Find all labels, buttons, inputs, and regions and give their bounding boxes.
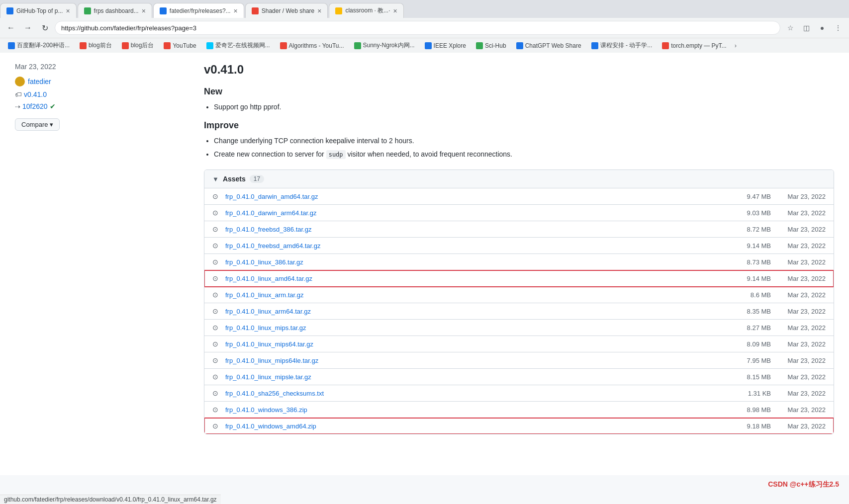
asset-size: 9.47 MB — [726, 193, 771, 200]
asset-row: ⊙frp_0.41.0_linux_386.tar.gz8.73 MBMar 2… — [204, 254, 834, 270]
asset-row: ⊙frp_0.41.0_darwin_amd64.tar.gz9.47 MBMa… — [204, 188, 834, 205]
commit-link[interactable]: 10f2620 — [22, 102, 48, 110]
bookmark-label: YouTube — [173, 42, 196, 49]
bookmark-favicon — [164, 42, 171, 49]
bookmark-algorithms[interactable]: Algorithms - YouTu... — [276, 41, 348, 50]
bookmark-blog-front[interactable]: blog前台 — [76, 40, 116, 51]
asset-row: ⊙frp_0.41.0_sha256_checksums.txt1.31 KBM… — [204, 385, 834, 402]
tag-label[interactable]: v0.41.0 — [24, 90, 47, 98]
asset-link[interactable]: frp_0.41.0_linux_amd64.tar.gz — [225, 275, 726, 282]
assets-list: ⊙frp_0.41.0_darwin_amd64.tar.gz9.47 MBMa… — [204, 188, 834, 434]
file-icon: ⊙ — [212, 422, 221, 430]
close-icon[interactable]: × — [317, 7, 321, 15]
bookmark-label: Sci-Hub — [485, 42, 506, 49]
asset-link[interactable]: frp_0.41.0_windows_amd64.zip — [225, 422, 726, 430]
author-name[interactable]: fatedier — [28, 78, 51, 85]
asset-link[interactable]: frp_0.41.0_linux_mipsle.tar.gz — [225, 373, 726, 381]
asset-size: 1.31 KB — [726, 390, 771, 397]
asset-link[interactable]: frp_0.41.0_freebsd_386.tar.gz — [225, 226, 726, 233]
file-icon: ⊙ — [212, 356, 221, 364]
asset-size: 9.14 MB — [726, 275, 771, 282]
asset-link[interactable]: frp_0.41.0_linux_mips64le.tar.gz — [225, 357, 726, 364]
asset-date: Mar 23, 2022 — [771, 324, 826, 332]
asset-link[interactable]: frp_0.41.0_windows_386.zip — [225, 406, 726, 414]
bookmark-chatgpt[interactable]: ChatGPT Web Share — [512, 41, 585, 50]
file-icon: ⊙ — [212, 242, 221, 250]
asset-size: 9.03 MB — [726, 209, 771, 217]
commit-icon: ⇢ — [15, 103, 20, 110]
forward-button[interactable]: → — [21, 21, 35, 35]
asset-link[interactable]: frp_0.41.0_freebsd_amd64.tar.gz — [225, 242, 726, 250]
bookmark-youtube[interactable]: YouTube — [160, 41, 200, 50]
reload-button[interactable]: ↻ — [38, 21, 52, 35]
file-icon: ⊙ — [212, 389, 221, 397]
asset-link[interactable]: frp_0.41.0_linux_mips.tar.gz — [225, 324, 726, 332]
bookmark-ieee[interactable]: IEEE Xplore — [421, 41, 470, 50]
asset-link[interactable]: frp_0.41.0_darwin_amd64.tar.gz — [225, 193, 726, 200]
address-input[interactable] — [55, 21, 780, 35]
bookmark-favicon — [354, 42, 361, 49]
asset-date: Mar 23, 2022 — [771, 275, 826, 282]
bookmark-ngrok[interactable]: Sunny-Ngrok内网... — [350, 40, 419, 51]
asset-date: Mar 23, 2022 — [771, 291, 826, 299]
assets-toggle[interactable]: ▼ — [212, 175, 219, 183]
address-bar-row: ← → ↻ ☆ ◫ ● ⋮ — [0, 18, 849, 38]
back-button[interactable]: ← — [4, 21, 18, 35]
asset-link[interactable]: frp_0.41.0_linux_arm.tar.gz — [225, 291, 726, 299]
tab-classroom[interactable]: classroom · 教...· × — [329, 3, 403, 18]
tab-github-top[interactable]: GitHub·Top of p... × — [0, 3, 77, 18]
close-icon[interactable]: × — [142, 7, 146, 15]
asset-date: Mar 23, 2022 — [771, 340, 826, 348]
bookmark-label: Sunny-Ngrok内网... — [363, 41, 415, 50]
asset-date: Mar 23, 2022 — [771, 308, 826, 315]
bookmark-baidu[interactable]: 百度翻译-200种语... — [4, 40, 74, 51]
tab-frps-dashboard[interactable]: frps dashboard... × — [78, 3, 152, 18]
bookmark-icon[interactable]: ☆ — [783, 21, 797, 35]
menu-icon[interactable]: ⋮ — [831, 21, 845, 35]
asset-link[interactable]: frp_0.41.0_linux_arm64.tar.gz — [225, 308, 726, 315]
bookmarks-overflow[interactable]: › — [735, 42, 737, 49]
close-icon[interactable]: × — [234, 7, 238, 15]
bookmark-scihub[interactable]: Sci-Hub — [472, 41, 510, 50]
asset-link[interactable]: frp_0.41.0_sha256_checksums.txt — [225, 390, 726, 397]
bookmark-aiqiyi[interactable]: 爱奇艺-在线视频网... — [202, 40, 274, 51]
asset-row: ⊙frp_0.41.0_freebsd_amd64.tar.gz9.14 MBM… — [204, 238, 834, 254]
close-icon[interactable]: × — [393, 7, 397, 15]
bookmark-favicon — [122, 42, 129, 49]
assets-section: ▼ Assets 17 ⊙frp_0.41.0_darwin_amd64.tar… — [204, 169, 834, 434]
asset-date: Mar 23, 2022 — [771, 406, 826, 414]
asset-size: 8.6 MB — [726, 291, 771, 299]
assets-header: ▼ Assets 17 — [204, 170, 834, 188]
asset-link[interactable]: frp_0.41.0_linux_386.tar.gz — [225, 258, 726, 266]
asset-size: 8.73 MB — [726, 258, 771, 266]
asset-date: Mar 23, 2022 — [771, 422, 826, 430]
bookmark-course[interactable]: 课程安排 - 动手学... — [587, 40, 657, 51]
compare-button[interactable]: Compare ▾ — [15, 118, 60, 131]
bookmark-label: 百度翻译-200种语... — [17, 41, 70, 50]
tab-favicon — [335, 7, 342, 14]
asset-row: ⊙frp_0.41.0_linux_mips64le.tar.gz7.95 MB… — [204, 352, 834, 369]
profile-icon[interactable]: ● — [815, 21, 829, 35]
tab-shader[interactable]: Shader / Web share × — [245, 3, 328, 18]
bookmark-label: 课程安排 - 动手学... — [600, 41, 653, 50]
asset-link[interactable]: frp_0.41.0_linux_mips64.tar.gz — [225, 340, 726, 348]
bookmark-favicon — [662, 42, 669, 49]
file-icon: ⊙ — [212, 274, 221, 282]
tab-label: fatedier/frp/releases?... — [170, 7, 231, 14]
asset-size: 8.35 MB — [726, 308, 771, 315]
bookmark-torch[interactable]: torch.empty — PyT... — [658, 41, 730, 50]
asset-date: Mar 23, 2022 — [771, 258, 826, 266]
asset-size: 8.98 MB — [726, 406, 771, 414]
bookmark-blog-back[interactable]: blog后台 — [118, 40, 158, 51]
asset-size: 8.15 MB — [726, 373, 771, 381]
tab-releases[interactable]: fatedier/frp/releases?... × — [153, 3, 244, 18]
assets-title: Assets — [223, 175, 246, 183]
tag-icon: 🏷 — [15, 90, 22, 98]
close-icon[interactable]: × — [66, 7, 70, 15]
asset-size: 8.72 MB — [726, 226, 771, 233]
release-title: v0.41.0 — [204, 63, 834, 77]
asset-link[interactable]: frp_0.41.0_darwin_arm64.tar.gz — [225, 209, 726, 217]
improve-items-list: Change underlying TCP connection keepali… — [214, 136, 834, 160]
extensions-icon[interactable]: ◫ — [799, 21, 813, 35]
check-icon: ✔ — [50, 102, 56, 110]
